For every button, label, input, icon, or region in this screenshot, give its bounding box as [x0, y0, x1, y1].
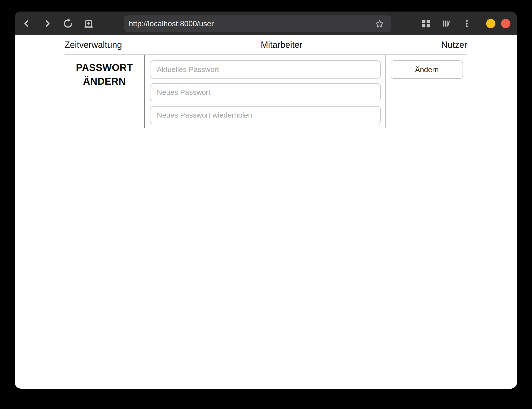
library-icon	[441, 18, 452, 29]
url-text: http://localhost:8000/user	[129, 19, 374, 28]
close-button[interactable]	[501, 19, 510, 28]
minimize-button[interactable]	[486, 19, 495, 28]
back-button[interactable]	[20, 17, 33, 30]
form-action-column: Ändern	[386, 55, 467, 128]
app-grid-button[interactable]	[419, 17, 433, 30]
reload-button[interactable]	[61, 17, 75, 30]
forward-button[interactable]	[40, 17, 54, 30]
url-bar[interactable]: http://localhost:8000/user	[124, 15, 391, 32]
reload-icon	[62, 18, 74, 29]
kebab-menu-icon	[462, 19, 471, 28]
form-heading-line1: PASSWORT	[65, 61, 144, 74]
new-tab-button[interactable]	[82, 17, 95, 30]
star-icon	[375, 19, 384, 28]
form-heading-line2: ÄNDERN	[65, 74, 144, 88]
repeat-new-password-input[interactable]	[150, 106, 381, 124]
browser-toolbar: http://localhost:8000/user	[15, 12, 517, 35]
new-tab-icon	[83, 18, 94, 29]
nav-item-nutzer[interactable]: Nutzer	[441, 40, 467, 50]
new-password-input[interactable]	[150, 83, 381, 101]
page-content: Zeitverwaltung Mitarbeiter Nutzer PASSWO…	[15, 35, 517, 389]
nav-item-mitarbeiter[interactable]: Mitarbeiter	[261, 40, 303, 50]
bookmark-star-button[interactable]	[374, 18, 385, 29]
nav-item-zeitverwaltung[interactable]: Zeitverwaltung	[65, 40, 122, 50]
chevron-right-icon	[43, 19, 52, 28]
menu-button[interactable]	[460, 17, 474, 30]
current-password-input[interactable]	[150, 60, 381, 79]
form-fields-column	[144, 55, 386, 128]
grid-icon	[422, 19, 430, 28]
chevron-left-icon	[22, 19, 31, 28]
library-button[interactable]	[439, 17, 453, 30]
browser-window: http://localhost:8000/user	[15, 12, 517, 389]
main-nav: Zeitverwaltung Mitarbeiter Nutzer	[65, 35, 467, 55]
password-change-form: PASSWORT ÄNDERN Ändern	[65, 55, 467, 128]
change-password-button[interactable]: Ändern	[391, 60, 463, 79]
form-heading: PASSWORT ÄNDERN	[65, 55, 144, 128]
